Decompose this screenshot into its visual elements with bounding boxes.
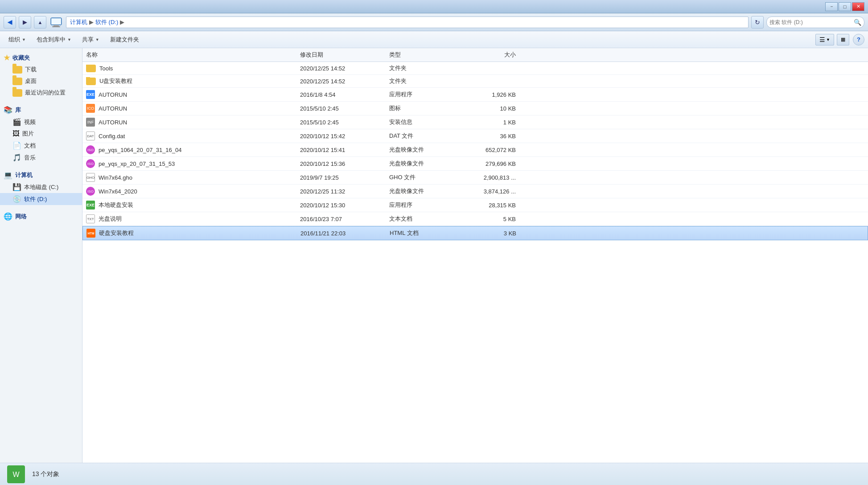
include-library-button[interactable]: 包含到库中 ▼ [32, 33, 76, 46]
exe-green-icon: EXE [86, 201, 95, 210]
image-icon: 🖼 [12, 130, 20, 138]
address-bar: ◀ ▶ ▲ 计算机 ▶ 软件 (D:) ▶ ↻ 🔍 [0, 13, 868, 31]
table-row[interactable]: HTM 硬盘安装教程 2016/11/21 22:03 HTML 文档 3 KB [82, 226, 868, 240]
search-input[interactable] [769, 19, 852, 25]
column-headers: 名称 修改日期 类型 大小 [82, 48, 868, 62]
table-row[interactable]: U盘安装教程 2020/12/25 14:52 文件夹 [82, 75, 868, 88]
file-size-cell: 3,874,126 ... [457, 188, 519, 195]
drive-d-label: 软件 (D:) [24, 195, 47, 203]
path-computer[interactable]: 计算机 [70, 18, 87, 26]
sidebar-item-drive-d[interactable]: 💿 软件 (D:) [0, 193, 82, 205]
library-icon: 📚 [4, 106, 12, 114]
drive-d-icon: 💿 [12, 195, 21, 203]
table-row[interactable]: ICO AUTORUN 2015/5/10 2:45 图标 10 KB [82, 102, 868, 115]
file-date-cell: 2016/1/8 4:54 [296, 91, 386, 98]
address-path[interactable]: 计算机 ▶ 软件 (D:) ▶ [66, 16, 749, 28]
downloads-label: 下载 [25, 66, 37, 74]
file-type-cell: GHO 文件 [386, 173, 457, 181]
minimize-button[interactable]: － [825, 2, 838, 11]
file-date-cell: 2019/9/7 19:25 [296, 174, 386, 181]
sidebar-computer-title[interactable]: 💻 计算机 [0, 169, 82, 181]
preview-pane-button[interactable]: ▦ [837, 34, 849, 45]
iso-icon: ISO [86, 159, 95, 168]
sidebar-item-drive-c[interactable]: 💾 本地磁盘 (C:) [0, 181, 82, 193]
sidebar-favorites-title[interactable]: ★ 收藏夹 [0, 52, 82, 64]
sidebar-network-title[interactable]: 🌐 网络 [0, 210, 82, 222]
file-size-cell: 10 KB [457, 105, 519, 112]
inf-icon: INF [86, 118, 95, 127]
file-date-cell: 2016/11/21 22:03 [297, 230, 386, 237]
status-icon: W [7, 465, 25, 483]
col-header-name[interactable]: 名称 [82, 51, 296, 59]
help-button[interactable]: ? [853, 34, 864, 45]
file-date-cell: 2015/5/10 2:45 [296, 119, 386, 126]
drive-c-icon: 💾 [12, 183, 21, 191]
file-name-cell: ISO Win7x64_2020 [82, 187, 296, 196]
organize-arrow-icon: ▼ [22, 37, 26, 42]
include-library-arrow-icon: ▼ [67, 37, 71, 42]
view-toggle-button[interactable]: ☰ ▼ [815, 34, 834, 45]
file-type-cell: 应用程序 [386, 90, 457, 99]
toolbar: 组织 ▼ 包含到库中 ▼ 共享 ▼ 新建文件夹 ☰ ▼ ▦ ? [0, 31, 868, 48]
preview-icon: ▦ [841, 37, 845, 42]
col-header-modified[interactable]: 修改日期 [296, 51, 386, 59]
share-arrow-icon: ▼ [95, 37, 99, 42]
include-library-label: 包含到库中 [37, 36, 66, 44]
network-label: 网络 [15, 213, 27, 221]
refresh-button[interactable]: ↻ [751, 16, 764, 29]
path-separator-1: ▶ [89, 19, 94, 25]
music-icon: 🎵 [12, 153, 21, 162]
sidebar: ★ 收藏夹 下载 桌面 最近访问的位置 📚 库 🎬 [0, 48, 82, 463]
table-row[interactable]: DAT Config.dat 2020/10/12 15:42 DAT 文件 3… [82, 129, 868, 143]
sidebar-item-recent[interactable]: 最近访问的位置 [0, 87, 82, 99]
file-name-cell: HTM 硬盘安装教程 [83, 229, 297, 238]
file-type-cell: 光盘映像文件 [386, 146, 457, 154]
file-size-cell: 1 KB [457, 119, 519, 126]
music-label: 音乐 [24, 154, 36, 162]
search-bar[interactable]: 🔍 [766, 16, 864, 28]
file-name-cell: EXE AUTORUN [82, 90, 296, 99]
sidebar-item-image[interactable]: 🖼 图片 [0, 128, 82, 140]
new-folder-label: 新建文件夹 [110, 36, 139, 44]
file-name-cell: INF AUTORUN [82, 118, 296, 127]
maximize-button[interactable]: □ [839, 2, 851, 11]
path-drive-d[interactable]: 软件 (D:) [95, 18, 118, 26]
status-bar: W 13 个对象 [0, 463, 868, 485]
organize-label: 组织 [8, 36, 20, 44]
file-name-cell: Tools [82, 65, 296, 72]
up-button[interactable]: ▲ [34, 16, 46, 29]
col-header-type[interactable]: 类型 [386, 51, 457, 59]
file-list: Tools 2020/12/25 14:52 文件夹 U盘安装教程 2020/1… [82, 62, 868, 240]
table-row[interactable]: EXE 本地硬盘安装 2020/10/12 15:30 应用程序 28,315 … [82, 198, 868, 212]
file-name: U盘安装教程 [99, 77, 132, 85]
sidebar-item-document[interactable]: 📄 文档 [0, 140, 82, 152]
table-row[interactable]: ISO pe_yqs_xp_20_07_31_15_53 2020/10/12 … [82, 157, 868, 171]
table-row[interactable]: Tools 2020/12/25 14:52 文件夹 [82, 62, 868, 75]
table-row[interactable]: GHO Win7x64.gho 2019/9/7 19:25 GHO 文件 2,… [82, 171, 868, 185]
table-row[interactable]: TXT 光盘说明 2016/10/23 7:07 文本文档 5 KB [82, 212, 868, 226]
file-size-cell: 28,315 KB [457, 202, 519, 209]
share-button[interactable]: 共享 ▼ [77, 33, 104, 46]
search-icon[interactable]: 🔍 [854, 19, 861, 26]
organize-button[interactable]: 组织 ▼ [4, 33, 31, 46]
new-folder-button[interactable]: 新建文件夹 [105, 33, 144, 46]
forward-button[interactable]: ▶ [19, 16, 31, 29]
desktop-folder-icon [12, 78, 22, 85]
table-row[interactable]: EXE AUTORUN 2016/1/8 4:54 应用程序 1,926 KB [82, 88, 868, 102]
library-label: 库 [15, 106, 21, 114]
image-label: 图片 [22, 130, 34, 138]
table-row[interactable]: INF AUTORUN 2015/5/10 2:45 安装信息 1 KB [82, 115, 868, 129]
sidebar-library-title[interactable]: 📚 库 [0, 104, 82, 116]
table-row[interactable]: ISO Win7x64_2020 2020/12/25 11:32 光盘映像文件… [82, 185, 868, 198]
file-date-cell: 2016/10/23 7:07 [296, 216, 386, 222]
sidebar-item-video[interactable]: 🎬 视频 [0, 116, 82, 128]
sidebar-item-music[interactable]: 🎵 音乐 [0, 152, 82, 164]
col-header-size[interactable]: 大小 [457, 51, 519, 59]
close-button[interactable]: ✕ [852, 2, 864, 11]
table-row[interactable]: ISO pe_yqs_1064_20_07_31_16_04 2020/10/1… [82, 143, 868, 157]
sidebar-item-desktop[interactable]: 桌面 [0, 75, 82, 87]
sidebar-item-downloads[interactable]: 下载 [0, 64, 82, 75]
file-type-cell: 光盘映像文件 [386, 187, 457, 195]
back-button[interactable]: ◀ [4, 16, 16, 29]
gho-icon: GHO [86, 173, 95, 182]
